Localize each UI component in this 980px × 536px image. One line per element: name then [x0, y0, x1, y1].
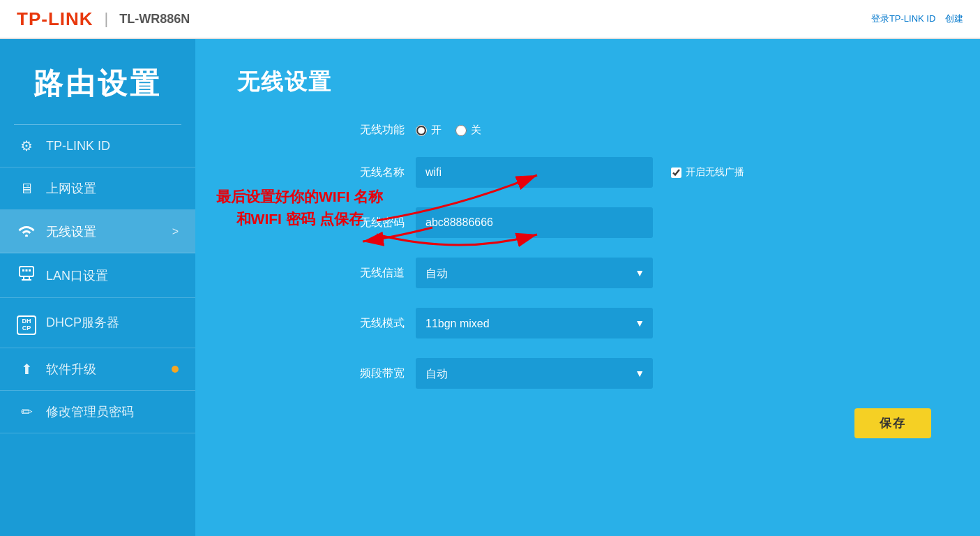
- sidebar-item-upgrade[interactable]: ⬆ 软件升级: [0, 348, 195, 391]
- svg-rect-5: [22, 269, 24, 271]
- save-button[interactable]: 保存: [854, 408, 931, 438]
- svg-rect-7: [29, 269, 31, 271]
- logo-divider: |: [105, 10, 109, 28]
- header: TP-LINK | TL-WR886N 登录TP-LINK ID 创建: [0, 0, 980, 39]
- wireless-channel-label: 无线信道: [349, 266, 405, 281]
- sidebar: 路由设置 ⚙ TP-LINK ID 🖥 上网设置 无线设置 >: [0, 39, 195, 536]
- wireless-on-radio[interactable]: 开: [416, 124, 442, 137]
- sidebar-item-label: 修改管理员密码: [46, 403, 179, 420]
- wireless-password-input[interactable]: [416, 207, 653, 238]
- sidebar-title: 路由设置: [0, 39, 195, 124]
- wifi-icon: [17, 223, 36, 240]
- wireless-on-label: 开: [431, 124, 442, 137]
- svg-point-0: [25, 234, 28, 237]
- sidebar-item-lan[interactable]: LAN口设置: [0, 253, 195, 298]
- sidebar-item-label: 软件升级: [46, 361, 159, 378]
- wireless-off-radio-input[interactable]: [455, 125, 467, 136]
- edit-icon: ✏: [17, 403, 36, 420]
- upgrade-badge: [172, 366, 179, 373]
- wireless-password-row: 无线密码: [349, 207, 938, 238]
- broadcast-label: 开启无线广播: [686, 166, 744, 179]
- svg-rect-6: [26, 269, 28, 271]
- sidebar-item-label: DHCP服务器: [46, 314, 179, 331]
- sidebar-item-password[interactable]: ✏ 修改管理员密码: [0, 391, 195, 433]
- wireless-off-label: 关: [471, 124, 481, 137]
- wireless-name-input[interactable]: [416, 157, 653, 188]
- wireless-mode-label: 无线模式: [349, 316, 405, 331]
- wireless-channel-row: 无线信道 自动 ▼: [349, 258, 938, 288]
- lan-icon: [17, 266, 36, 285]
- wireless-function-row: 无线功能 开 关: [349, 123, 938, 137]
- wireless-off-radio[interactable]: 关: [455, 124, 481, 137]
- save-row: 保存: [237, 408, 938, 438]
- sidebar-item-label: LAN口设置: [46, 267, 179, 284]
- sidebar-item-label: TP-LINK ID: [46, 139, 179, 154]
- login-link[interactable]: 登录TP-LINK ID: [871, 13, 935, 24]
- page-title: 无线设置: [237, 67, 938, 98]
- chevron-right-icon: >: [172, 225, 179, 238]
- sidebar-item-tplink-id[interactable]: ⚙ TP-LINK ID: [0, 125, 195, 168]
- model-name: TL-WR886N: [119, 12, 190, 27]
- upgrade-icon: ⬆: [17, 361, 36, 378]
- bandwidth-label: 频段带宽: [349, 366, 405, 381]
- wireless-function-radio-group: 开 关: [416, 124, 481, 137]
- wireless-channel-select-wrapper: 自动 ▼: [416, 258, 653, 288]
- wireless-settings-form: 无线功能 开 关 无线名称 开启无线广: [349, 123, 938, 389]
- content-area: 无线设置 无线功能 开 关 无线名称: [195, 39, 980, 536]
- bandwidth-select[interactable]: 自动: [416, 358, 653, 389]
- sidebar-item-label: 无线设置: [46, 223, 163, 240]
- broadcast-checkbox-label[interactable]: 开启无线广播: [671, 166, 744, 179]
- wireless-name-row: 无线名称 开启无线广播: [349, 157, 938, 188]
- wireless-function-label: 无线功能: [349, 123, 405, 137]
- main-layout: 路由设置 ⚙ TP-LINK ID 🖥 上网设置 无线设置 >: [0, 39, 980, 536]
- sidebar-item-dhcp[interactable]: DHCP DHCP服务器: [0, 298, 195, 348]
- bandwidth-row: 频段带宽 自动 ▼: [349, 358, 938, 389]
- wireless-channel-select[interactable]: 自动: [416, 258, 653, 288]
- wireless-mode-select[interactable]: 11bgn mixed: [416, 308, 653, 338]
- broadcast-checkbox[interactable]: [671, 168, 681, 178]
- monitor-icon: 🖥: [17, 181, 36, 197]
- register-link[interactable]: 创建: [945, 13, 963, 24]
- wireless-mode-row: 无线模式 11bgn mixed ▼: [349, 308, 938, 338]
- bandwidth-select-wrapper: 自动 ▼: [416, 358, 653, 389]
- sidebar-item-internet[interactable]: 🖥 上网设置: [0, 168, 195, 210]
- wireless-password-label: 无线密码: [349, 216, 405, 230]
- wireless-name-label: 无线名称: [349, 165, 405, 180]
- header-links: 登录TP-LINK ID 创建: [864, 13, 963, 25]
- wireless-on-radio-input[interactable]: [416, 125, 427, 136]
- logo: TP-LINK | TL-WR886N: [17, 8, 190, 30]
- brand-name: TP-LINK: [17, 8, 93, 30]
- annotation-line2: 和WIFI 密码 点保存: [236, 211, 363, 227]
- dhcp-icon: DHCP: [17, 311, 36, 335]
- sidebar-item-label: 上网设置: [46, 180, 179, 197]
- sidebar-item-wireless[interactable]: 无线设置 >: [0, 210, 195, 253]
- wireless-mode-select-wrapper: 11bgn mixed ▼: [416, 308, 653, 338]
- gear-icon: ⚙: [17, 137, 36, 154]
